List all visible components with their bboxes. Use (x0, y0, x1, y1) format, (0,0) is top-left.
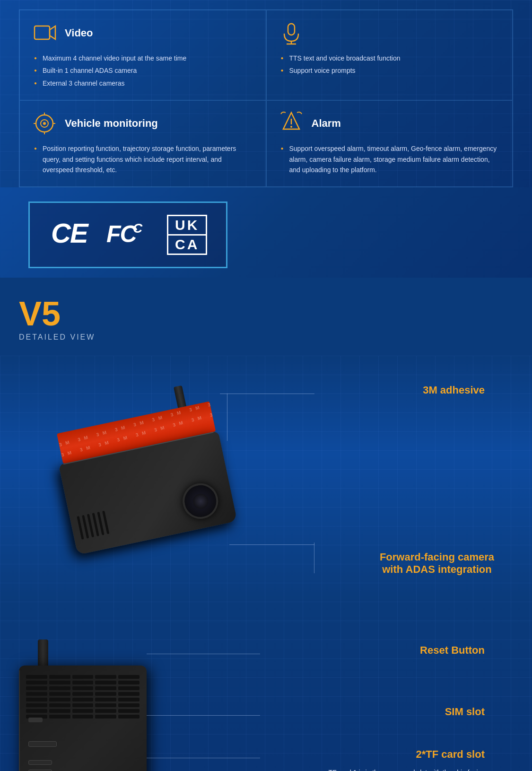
voice-feature-cell: TTS text and voice broadcast function Su… (266, 10, 513, 100)
fcc-mark: FC C (105, 219, 153, 252)
svg-text:C: C (133, 221, 143, 236)
alarm-header: Alarm (279, 110, 501, 136)
features-grid: Video Maximum 4 channel video input at t… (19, 9, 513, 187)
camera-detail-section-2: Reset Button SIM slot 2*TF card slot TF … (0, 602, 532, 771)
tf-slot-1 (28, 760, 52, 765)
forward-camera-annotation: Forward-facing camera with ADAS integrat… (380, 551, 494, 576)
features-section: Video Maximum 4 channel video input at t… (0, 0, 532, 187)
svg-marker-1 (50, 26, 55, 39)
voice-bullet-2: Support voice prompts (281, 65, 501, 76)
camera-vents (77, 511, 109, 540)
reset-annotation: Reset Button (420, 644, 485, 657)
voice-header (279, 20, 501, 46)
svg-point-13 (290, 126, 292, 128)
certification-section: CE FC C UK CA (0, 187, 532, 278)
video-bullet-3: External 3 channel cameras (34, 78, 254, 88)
alarm-title: Alarm (312, 117, 341, 130)
uk-label: UK (167, 215, 207, 236)
svg-text:CE: CE (51, 218, 89, 246)
vehicle-list: Position reporting function, trajectory … (32, 143, 254, 175)
video-list: Maximum 4 channel video input at the sam… (32, 53, 254, 88)
video-feature-cell: Video Maximum 4 channel video input at t… (19, 10, 266, 100)
adhesive-annotation: 3M adhesive (423, 384, 485, 396)
ce-mark: CE (49, 218, 91, 252)
vehicle-title: Vehicle monitoring (65, 117, 158, 130)
vehicle-header: Vehicle monitoring (32, 110, 254, 136)
back-vents (26, 675, 140, 720)
v5-title: V5 (19, 297, 513, 331)
v5-section: V5 DETAILED VIEW (0, 278, 532, 342)
camera-back-device (19, 640, 170, 771)
alarm-icon (279, 110, 305, 136)
video-bullet-1: Maximum 4 channel video input at the sam… (34, 53, 254, 63)
tf-annotation: 2*TF card slot (416, 748, 485, 761)
tf-line (147, 758, 260, 758)
vehicle-icon (32, 110, 58, 136)
ukca-mark: UK CA (167, 215, 207, 255)
adhesive-line (220, 394, 314, 394)
video-title: Video (65, 27, 93, 39)
vehicle-bullet-1: Position reporting function, trajectory … (34, 143, 254, 175)
vehicle-monitoring-cell: Vehicle monitoring Position reporting fu… (19, 100, 266, 187)
svg-rect-0 (35, 26, 50, 39)
certification-box: CE FC C UK CA (28, 202, 227, 268)
ffc-line (229, 544, 314, 545)
camera-device-1: 3M 3M 3M 3M 3M 3M 3M 3M 3M 3M 3M 3M 3M 3… (47, 372, 256, 567)
reset-button-indicator (28, 718, 43, 722)
ca-label: CA (167, 236, 207, 255)
reset-line (147, 654, 260, 654)
svg-point-7 (43, 122, 46, 125)
v5-subtitle: DETAILED VIEW (19, 333, 513, 342)
voice-list: TTS text and voice broadcast function Su… (279, 53, 501, 76)
sim-line (147, 715, 260, 716)
video-bullet-2: Built-in 1 channel ADAS camera (34, 65, 254, 76)
voice-icon (279, 20, 305, 46)
camera-lens (179, 480, 221, 522)
alarm-list: Support overspeed alarm, timeout alarm, … (279, 143, 501, 175)
video-icon (32, 20, 58, 46)
video-header: Video (32, 20, 254, 46)
alarm-cell: Alarm Support overspeed alarm, timeout a… (266, 100, 513, 187)
camera-detail-section-1: 3M adhesive 3M 3M 3M 3M 3M 3M 3M 3M 3M 3… (0, 356, 532, 602)
ffc-line-v (314, 543, 314, 573)
back-body (19, 666, 147, 771)
svg-rect-2 (288, 24, 295, 35)
tf-description: TF card 1 is in the upper card slot with… (329, 767, 504, 771)
camera-connector (174, 386, 186, 408)
back-connector (38, 640, 48, 666)
alarm-bullet-1: Support overspeed alarm, timeout alarm, … (281, 143, 501, 175)
sim-slot-indicator (28, 741, 57, 747)
sim-annotation: SIM slot (445, 706, 485, 718)
voice-bullet-1: TTS text and voice broadcast function (281, 53, 501, 63)
